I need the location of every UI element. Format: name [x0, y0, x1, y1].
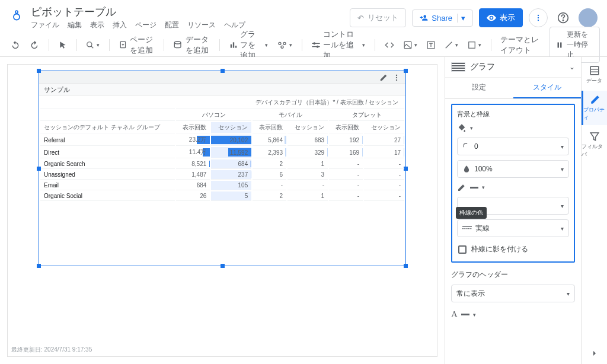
resize-handle[interactable]	[404, 69, 408, 73]
table-cell: 26	[176, 191, 210, 201]
chevron-down-icon[interactable]: ▾	[457, 14, 465, 23]
svg-line-24	[445, 41, 452, 48]
menu-resource[interactable]: リソース	[187, 20, 216, 30]
svg-point-30	[396, 79, 397, 80]
rail-data[interactable]: データ	[582, 62, 607, 88]
svg-rect-14	[235, 46, 236, 48]
resize-handle[interactable]	[221, 69, 225, 73]
community-viz-button[interactable]: ▾	[274, 39, 296, 52]
resize-handle[interactable]	[404, 167, 408, 171]
add-page-button[interactable]: ページを追加	[116, 32, 158, 58]
add-data-button[interactable]: データを追加	[170, 32, 213, 58]
svg-point-2	[490, 17, 492, 18]
image-button[interactable]: ▾	[400, 39, 421, 52]
table-cell: -	[364, 191, 404, 201]
svg-rect-13	[232, 42, 234, 47]
border-color-picker[interactable]: ▾	[457, 183, 485, 192]
svg-rect-25	[468, 41, 475, 48]
rail-properties[interactable]: プロパティ	[582, 91, 607, 125]
share-button[interactable]: Share▾	[412, 9, 473, 27]
report-page[interactable]: サンプル デバイスカテゴリ（日本語）* / 表示回数 / セッション パソコン …	[7, 64, 437, 357]
table-row: Referral23.2万20,1025,86468319227	[40, 135, 404, 146]
table-cell: -	[364, 159, 404, 169]
row-label: Organic Search	[40, 159, 175, 169]
resize-handle[interactable]	[37, 69, 41, 73]
account-avatar[interactable]	[579, 8, 598, 27]
section-title: 背景と枠線	[457, 110, 569, 119]
table-row: Direct11.4万11,5922,39332916917	[40, 147, 404, 158]
view-button[interactable]: 表示	[479, 8, 523, 27]
rail-filterbar[interactable]: フィルタバ	[582, 127, 607, 162]
redo-button[interactable]	[26, 38, 43, 52]
select-tool[interactable]	[55, 39, 71, 52]
header-visibility-select[interactable]: 常に表示▾	[451, 285, 575, 302]
fill-color-picker[interactable]: ▾	[457, 123, 473, 133]
reset-button[interactable]: ↶リセット	[350, 8, 406, 27]
tab-setup[interactable]: 設定	[445, 78, 513, 98]
svg-point-16	[283, 42, 286, 44]
shape-button[interactable]: ▾	[464, 39, 485, 52]
table-cell: 169	[329, 147, 363, 158]
pencil-icon[interactable]	[379, 74, 388, 82]
table-cell: 684	[211, 159, 251, 169]
table-cell: 3	[287, 170, 328, 180]
table-cell: 2,393	[253, 147, 286, 158]
more-options-button[interactable]	[529, 8, 548, 27]
svg-point-19	[314, 43, 315, 44]
checkbox-icon	[458, 245, 467, 254]
collapse-icon[interactable]: ⌄	[569, 63, 575, 71]
table-cell: -	[364, 181, 404, 190]
pivot-super-title: デバイスカテゴリ（日本語）* / 表示回数 / セッション	[176, 97, 404, 108]
header-text-color-picker[interactable]: A ▾	[451, 309, 476, 320]
menu-edit[interactable]: 編集	[68, 20, 82, 30]
document-title[interactable]: ピボットテーブル	[31, 5, 350, 19]
table-cell: 2	[253, 191, 286, 201]
slider-icon	[311, 41, 321, 49]
border-shadow-checkbox[interactable]: 枠線に影を付ける	[457, 242, 569, 257]
table-cell: -	[329, 170, 363, 180]
menu-view[interactable]: 表示	[90, 20, 104, 30]
table-cell: 17	[364, 147, 404, 158]
table-cell: 6	[253, 170, 286, 180]
table-row: Email684105----	[40, 181, 404, 190]
rail-collapse-button[interactable]	[590, 349, 599, 358]
pivot-table-chart[interactable]: サンプル デバイスカテゴリ（日本語）* / 表示回数 / セッション パソコン …	[39, 71, 406, 266]
border-radius-select[interactable]: 0▾	[457, 138, 569, 155]
pencil-icon	[590, 94, 600, 105]
last-updated-timestamp: 最終更新日: 2024/7/31 9:17:35	[11, 346, 92, 354]
image-icon	[404, 41, 412, 49]
opacity-select[interactable]: 100%▾	[457, 160, 569, 178]
menu-insert[interactable]: 挿入	[113, 20, 127, 30]
more-vert-icon[interactable]	[392, 74, 401, 82]
table-cell: 237	[211, 170, 251, 180]
menu-file[interactable]: ファイル	[31, 20, 59, 30]
menu-arrange[interactable]: 配置	[165, 20, 179, 30]
resize-handle[interactable]	[221, 264, 225, 268]
resize-handle[interactable]	[37, 264, 41, 268]
chart-header-bar	[39, 71, 405, 84]
code-icon	[385, 41, 394, 49]
table-cell: -	[364, 170, 404, 180]
canvas-area[interactable]: サンプル デバイスカテゴリ（日本語）* / 表示回数 / セッション パソコン …	[0, 57, 445, 364]
pause-icon	[556, 41, 563, 49]
border-style-select[interactable]: 実線▾	[457, 219, 569, 237]
table-cell: 27	[364, 135, 404, 146]
theme-layout-button[interactable]: テーマとレイアウト	[497, 32, 547, 58]
menu-page[interactable]: ページ	[135, 20, 156, 30]
resize-handle[interactable]	[404, 264, 408, 268]
more-vert-icon	[534, 14, 542, 22]
opacity-icon	[462, 165, 471, 173]
help-button[interactable]	[554, 8, 573, 27]
text-button[interactable]	[423, 39, 439, 52]
tab-style[interactable]: スタイル	[513, 78, 582, 98]
zoom-tool[interactable]: ▾	[82, 39, 103, 52]
resize-handle[interactable]	[37, 167, 41, 171]
chart-type-thumb-icon[interactable]	[451, 62, 465, 72]
embed-button[interactable]	[381, 39, 398, 51]
line-button[interactable]: ▾	[441, 39, 462, 52]
undo-button[interactable]	[7, 38, 24, 52]
row-label: Email	[40, 181, 175, 190]
text-icon	[427, 41, 435, 49]
table-cell: 1	[287, 191, 328, 201]
svg-point-7	[563, 20, 563, 21]
